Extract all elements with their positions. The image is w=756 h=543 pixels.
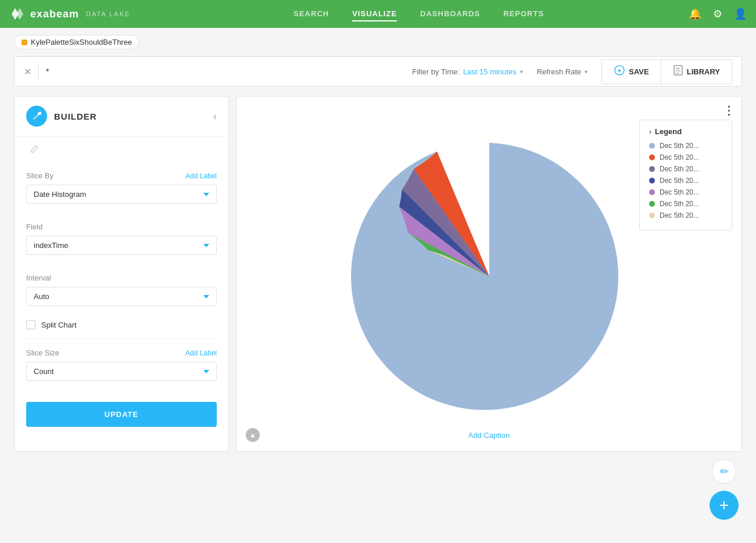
wrench-icon (31, 111, 42, 121)
legend-dot-0 (649, 143, 655, 149)
legend-item-3: Dec 5th 20... (649, 177, 722, 185)
legend-label-5: Dec 5th 20... (660, 200, 699, 208)
legend-item-2: Dec 5th 20... (649, 165, 722, 173)
refresh-rate[interactable]: Refresh Rate ▾ (537, 67, 588, 76)
separator (38, 63, 39, 80)
search-bar: ✕ Filter by Time: Last 15 minutes ▾ Refr… (14, 56, 742, 87)
split-chart-label: Split Chart (41, 321, 77, 329)
slice-by-section: Slice By Add Label Date Histogram (15, 162, 228, 213)
legend-dot-6 (649, 213, 655, 218)
legend-item-4: Dec 5th 20... (649, 188, 722, 196)
legend-item-1: Dec 5th 20... (649, 153, 722, 161)
legend-header: › Legend (649, 127, 722, 136)
chart-more[interactable]: ⋮ (723, 103, 734, 117)
split-chart-row: Split Chart (15, 315, 228, 339)
add-label-2[interactable]: Add Label (185, 349, 217, 357)
legend-item-5: Dec 5th 20... (649, 200, 722, 208)
field-label: Field (26, 222, 42, 231)
slice-by-label-row: Slice By Add Label (26, 171, 217, 180)
field-label-row: Field (26, 222, 217, 231)
legend-dot-3 (649, 178, 655, 184)
builder-panel: BUILDER ‹ Slice By Add Label Date Histog… (14, 96, 229, 452)
interval-section: Interval Auto (15, 264, 228, 315)
builder-header: BUILDER ‹ (15, 96, 228, 136)
library-icon (673, 64, 683, 79)
builder-title: BUILDER (54, 112, 206, 121)
svg-text:+: + (618, 67, 622, 75)
search-input[interactable] (46, 67, 412, 76)
legend-label-3: Dec 5th 20... (660, 177, 699, 185)
notification-icon[interactable]: 🔔 (689, 8, 701, 20)
slice-size-select[interactable]: Count (26, 362, 217, 381)
breadcrumb-dot (22, 39, 27, 45)
interval-label-row: Interval (26, 274, 217, 282)
legend-label-6: Dec 5th 20... (660, 211, 699, 220)
legend-panel: › Legend Dec 5th 20... Dec 5th 20... Dec… (639, 120, 732, 231)
search-actions: + SAVE LIBRARY (601, 59, 732, 84)
collapse-icon[interactable]: ‹ (213, 110, 217, 123)
nav-dashboards[interactable]: DASHBOARDS (420, 7, 480, 21)
refresh-label: Refresh Rate (537, 67, 582, 76)
breadcrumb-label: KylePaletteSixShouldBeThree (31, 38, 132, 46)
legend-item-6: Dec 5th 20... (649, 211, 722, 220)
logo: exabeam DATA LAKE (9, 6, 130, 22)
pie-chart-wrapper (344, 131, 635, 422)
legend-label-4: Dec 5th 20... (660, 188, 699, 196)
breadcrumb: KylePaletteSixShouldBeThree (0, 28, 756, 56)
interval-select[interactable]: Auto (26, 287, 217, 306)
nav-links: SEARCH VISUALIZE DASHBOARDS REPORTS (149, 7, 689, 21)
split-chart-checkbox[interactable] (26, 320, 35, 329)
filter-label: Filter by Time: (412, 67, 460, 76)
legend-dot-2 (649, 166, 655, 172)
legend-dot-5 (649, 201, 655, 207)
slice-size-section: Slice Size Add Label Count (15, 339, 228, 390)
builder-tool-row (15, 136, 228, 162)
pie-slice-0[interactable] (351, 143, 618, 410)
legend-dot-4 (649, 189, 655, 195)
add-caption[interactable]: Add Caption (468, 431, 510, 440)
breadcrumb-tag[interactable]: KylePaletteSixShouldBeThree (14, 35, 139, 49)
save-label: SAVE (629, 67, 648, 76)
scroll-up-icon: ▲ (249, 431, 256, 439)
refresh-dropdown-arrow[interactable]: ▾ (585, 69, 587, 75)
slice-size-label-row: Slice Size Add Label (26, 348, 217, 357)
legend-label-0: Dec 5th 20... (660, 142, 699, 150)
library-button[interactable]: LIBRARY (661, 59, 732, 84)
library-label: LIBRARY (687, 67, 720, 76)
logo-text: exabeam (30, 8, 79, 20)
slice-size-label: Slice Size (26, 348, 59, 357)
filter-dropdown-arrow[interactable]: ▾ (520, 69, 523, 75)
add-label-1[interactable]: Add Label (185, 172, 217, 180)
top-nav: exabeam DATA LAKE SEARCH VISUALIZE DASHB… (0, 0, 756, 28)
chart-area: ⋮ › Legend Dec 5th 20... Dec 5th 20... D… (236, 96, 742, 452)
user-icon[interactable]: 👤 (734, 8, 747, 20)
logo-sub: DATA LAKE (86, 10, 130, 17)
interval-label: Interval (26, 274, 51, 282)
legend-item-0: Dec 5th 20... (649, 142, 722, 150)
svg-marker-1 (16, 8, 23, 20)
close-icon[interactable]: ✕ (24, 66, 31, 77)
logo-icon (9, 6, 26, 22)
filter-by-time: Filter by Time: Last 15 minutes ▾ (412, 67, 522, 76)
save-button[interactable]: + SAVE (601, 59, 661, 84)
builder-icon-btn[interactable] (26, 106, 47, 127)
legend-expand-icon[interactable]: › (649, 128, 651, 136)
filter-value[interactable]: Last 15 minutes (463, 67, 517, 76)
settings-icon[interactable]: ⚙ (713, 8, 722, 20)
nav-visualize[interactable]: VISUALIZE (352, 7, 397, 21)
slice-by-select[interactable]: Date Histogram (26, 185, 217, 204)
legend-label-2: Dec 5th 20... (660, 165, 699, 173)
nav-reports[interactable]: REPORTS (503, 7, 544, 21)
legend-dot-1 (649, 154, 655, 160)
nav-actions: 🔔 ⚙ 👤 (689, 8, 747, 20)
more-icon[interactable]: ⋮ (723, 104, 734, 117)
update-button[interactable]: UPDATE (26, 402, 217, 427)
pen-tool-icon[interactable] (26, 141, 42, 157)
field-select[interactable]: indexTime (26, 236, 217, 255)
legend-label-1: Dec 5th 20... (660, 153, 699, 161)
main-content: BUILDER ‹ Slice By Add Label Date Histog… (14, 96, 742, 452)
scroll-up-button[interactable]: ▲ (246, 428, 260, 442)
save-icon: + (614, 64, 625, 79)
slice-by-label: Slice By (26, 171, 53, 180)
nav-search[interactable]: SEARCH (293, 7, 329, 21)
